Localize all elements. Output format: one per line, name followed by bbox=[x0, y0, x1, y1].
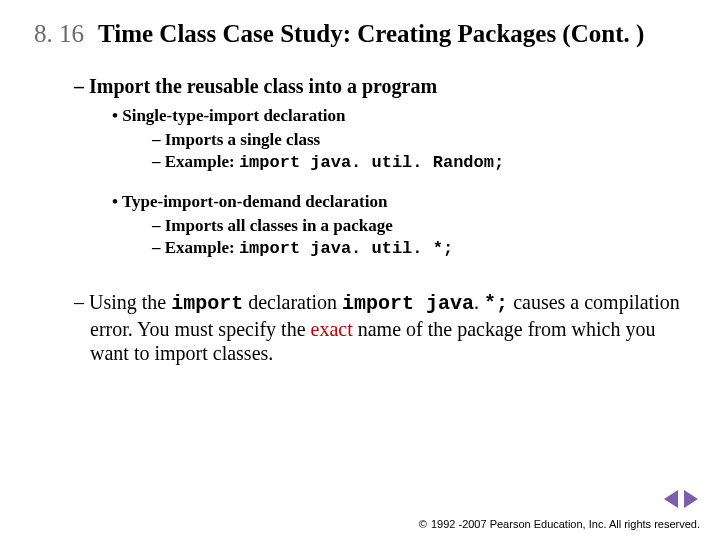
section-number: 8. 16 bbox=[34, 18, 84, 49]
nav-controls bbox=[664, 490, 698, 508]
prev-arrow-icon[interactable] bbox=[664, 490, 678, 508]
sub-imports-single-class: Imports a single class bbox=[152, 130, 686, 150]
text: Using the bbox=[89, 291, 171, 313]
slide-title: Time Class Case Study: Creating Packages… bbox=[98, 18, 644, 49]
text-exact: exact bbox=[311, 318, 353, 340]
spacer bbox=[74, 276, 686, 290]
code-import-keyword: import bbox=[171, 292, 243, 315]
spacer bbox=[74, 260, 686, 276]
sub-example-random: Example: import java. util. Random; bbox=[152, 152, 686, 172]
sub-example-star: Example: import java. util. *; bbox=[152, 238, 686, 258]
slide-title-row: 8. 16 Time Class Case Study: Creating Pa… bbox=[34, 18, 686, 49]
example-label: Example: bbox=[165, 238, 239, 257]
bullet-type-import-on-demand: Type-import-on-demand declaration bbox=[112, 192, 686, 212]
slide-body: 8. 16 Time Class Case Study: Creating Pa… bbox=[0, 0, 720, 365]
point-using-import-error: Using the import declaration import java… bbox=[74, 290, 686, 365]
code-import-random: import java. util. Random; bbox=[239, 153, 504, 172]
next-arrow-icon[interactable] bbox=[684, 490, 698, 508]
spacer bbox=[74, 174, 686, 184]
code-star-semicolon: *; bbox=[484, 292, 508, 315]
code-import-star: import java. util. *; bbox=[239, 239, 453, 258]
code-import-java: import java bbox=[342, 292, 474, 315]
sub-imports-all-classes: Imports all classes in a package bbox=[152, 216, 686, 236]
example-label: Example: bbox=[165, 152, 239, 171]
copyright-text: 1992 -2007 Pearson Education, Inc. All r… bbox=[431, 518, 700, 530]
copyright-icon: © bbox=[419, 518, 427, 530]
slide-content: Import the reusable class into a program… bbox=[34, 75, 686, 365]
footer: © 1992 -2007 Pearson Education, Inc. All… bbox=[419, 518, 700, 530]
text: declaration bbox=[243, 291, 342, 313]
bullet-single-type-import: Single-type-import declaration bbox=[112, 106, 686, 126]
point-import-reusable: Import the reusable class into a program bbox=[74, 75, 686, 98]
text: . bbox=[474, 291, 484, 313]
